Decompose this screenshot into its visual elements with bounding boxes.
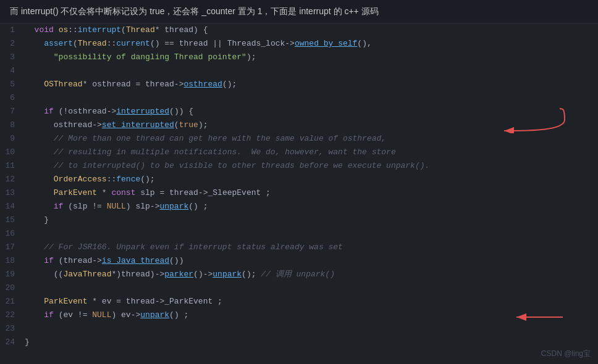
line-num-7: 7 — [0, 105, 22, 118]
code-line-21: 21 ParkEvent * ev = thread->_ParkEvent ; — [0, 295, 598, 308]
line-content-14: if (slp != NULL) slp->unpark() ; — [22, 200, 598, 213]
line-content-2: assert(Thread::current() == thread || Th… — [22, 37, 598, 51]
line-num-1: 1 — [0, 23, 22, 37]
line-num-8: 8 — [0, 118, 22, 132]
line-content-19: ((JavaThread*)thread)->parker()->unpark(… — [22, 268, 598, 281]
code-line-20: 20 — [0, 281, 598, 295]
line-num-22: 22 — [0, 308, 22, 322]
code-line-18: 18 if (thread->is_Java_thread()) — [0, 254, 598, 268]
code-line-1: 1 void os::interrupt(Thread* thread) { — [0, 23, 598, 37]
line-content-6 — [22, 91, 598, 105]
line-content-8: osthread->set_interrupted(true); — [22, 118, 598, 132]
line-num-19: 19 — [0, 268, 22, 281]
line-num-11: 11 — [0, 159, 22, 173]
line-content-11: // to interrupted() to be visible to oth… — [22, 159, 598, 173]
line-num-13: 13 — [0, 186, 22, 200]
line-num-20: 20 — [0, 281, 22, 295]
line-content-9: // More than one thread can get here wit… — [22, 132, 598, 146]
line-num-10: 10 — [0, 146, 22, 159]
line-num-6: 6 — [0, 91, 22, 105]
line-num-17: 17 — [0, 241, 22, 254]
code-line-9: 9 // More than one thread can get here w… — [0, 132, 598, 146]
line-content-15: } — [22, 213, 598, 227]
line-num-15: 15 — [0, 213, 22, 227]
line-content-21: ParkEvent * ev = thread->_ParkEvent ; — [22, 295, 598, 308]
line-num-14: 14 — [0, 200, 22, 213]
code-line-24: 24 } — [0, 336, 598, 349]
line-content-12: OrderAccess::fence(); — [22, 173, 598, 186]
code-line-23: 23 — [0, 322, 598, 336]
code-line-4: 4 — [0, 64, 598, 78]
line-num-23: 23 — [0, 322, 22, 336]
line-num-16: 16 — [0, 227, 22, 241]
line-content-5: OSThread* osthread = thread->osthread(); — [22, 78, 598, 91]
line-content-16 — [22, 227, 598, 241]
line-num-3: 3 — [0, 51, 22, 64]
code-line-11: 11 // to interrupted() to be visible to … — [0, 159, 598, 173]
line-num-5: 5 — [0, 78, 22, 91]
line-content-4 — [22, 64, 598, 78]
code-line-13: 13 ParkEvent * const slp = thread->_Slee… — [0, 186, 598, 200]
code-container: 1 void os::interrupt(Thread* thread) { 2… — [0, 23, 598, 349]
code-line-10: 10 // resulting in multiple notification… — [0, 146, 598, 159]
line-content-24: } — [22, 336, 598, 349]
line-num-21: 21 — [0, 295, 22, 308]
line-content-17: // For JSR166. Unpark even if interrupt … — [22, 241, 598, 254]
line-content-18: if (thread->is_Java_thread()) — [22, 254, 598, 268]
line-content-23 — [22, 322, 598, 336]
code-line-8: 8 osthread->set_interrupted(true); — [0, 118, 598, 132]
code-line-5: 5 OSThread* osthread = thread->osthread(… — [0, 78, 598, 91]
line-content-13: ParkEvent * const slp = thread->_SleepEv… — [22, 186, 598, 200]
code-line-2: 2 assert(Thread::current() == thread || … — [0, 37, 598, 51]
code-line-15: 15 } — [0, 213, 598, 227]
line-content-3: "possibility of dangling Thread pointer"… — [22, 51, 598, 64]
line-num-18: 18 — [0, 254, 22, 268]
code-line-6: 6 — [0, 91, 598, 105]
code-line-14: 14 if (slp != NULL) slp->unpark() ; — [0, 200, 598, 213]
code-line-7: 7 if (!osthread->interrupted()) { — [0, 105, 598, 118]
code-line-16: 16 — [0, 227, 598, 241]
line-content-10: // resulting in multiple notifications. … — [22, 146, 598, 159]
line-content-1: void os::interrupt(Thread* thread) { — [22, 23, 598, 37]
code-line-12: 12 OrderAccess::fence(); — [0, 173, 598, 186]
line-num-9: 9 — [0, 132, 22, 146]
arrow-line22 — [504, 311, 566, 323]
code-line-19: 19 ((JavaThread*)thread)->parker()->unpa… — [0, 268, 598, 281]
line-content-20 — [22, 281, 598, 295]
code-line-3: 3 "possibility of dangling Thread pointe… — [0, 51, 598, 64]
header-text: 而 interrupt() 不仅会将中断标记设为 true，还会将 _count… — [0, 0, 598, 23]
code-line-22: 22 if (ev != NULL) ev->unpark() ; — [0, 308, 598, 322]
line-num-2: 2 — [0, 37, 22, 51]
line-num-4: 4 — [0, 64, 22, 78]
footer-credit: CSDN @ling宝 — [541, 349, 591, 359]
line-num-24: 24 — [0, 336, 22, 349]
code-line-17: 17 // For JSR166. Unpark even if interru… — [0, 241, 598, 254]
line-num-12: 12 — [0, 173, 22, 186]
